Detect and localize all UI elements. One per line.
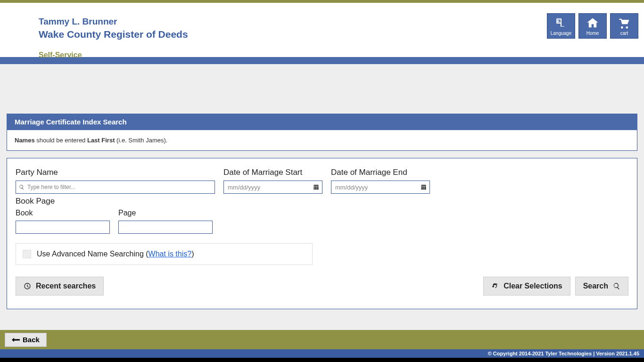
date-end-field: Date of Marriage End bbox=[331, 168, 430, 194]
bookpage-section-label: Book Page bbox=[16, 197, 215, 206]
search-icon bbox=[19, 184, 25, 190]
home-button[interactable]: Home bbox=[578, 13, 607, 39]
search-panel-title: Marriage Certificate Index Search bbox=[7, 114, 637, 130]
search-panel-note: Names should be entered Last First (i.e.… bbox=[7, 130, 637, 151]
date-start-label: Date of Marriage Start bbox=[223, 168, 322, 177]
note-suffix: (i.e. Smith James). bbox=[115, 137, 167, 144]
what-is-this-link[interactable]: What is this? bbox=[149, 250, 192, 258]
self-service-label: Self-Service bbox=[39, 51, 644, 59]
date-start-input[interactable] bbox=[223, 181, 322, 194]
note-bold-names: Names bbox=[15, 137, 35, 144]
page-field: Page bbox=[118, 209, 213, 234]
party-name-input[interactable] bbox=[16, 181, 215, 194]
book-label: Book bbox=[16, 209, 110, 217]
language-icon bbox=[555, 16, 567, 30]
recent-searches-button[interactable]: Recent searches bbox=[16, 277, 104, 296]
book-input[interactable] bbox=[16, 221, 110, 234]
footer-copyright: © Copyright 2014-2021 Tyler Technologies… bbox=[0, 349, 644, 358]
page-input[interactable] bbox=[118, 221, 213, 234]
cart-button[interactable]: cart bbox=[610, 13, 638, 39]
home-icon bbox=[586, 16, 599, 30]
advanced-search-option: Use Advanced Name Searching (What is thi… bbox=[16, 243, 313, 265]
footer-bar: Back bbox=[0, 330, 644, 349]
cart-label: cart bbox=[620, 31, 628, 36]
book-field: Book bbox=[16, 209, 110, 234]
calendar-icon[interactable] bbox=[420, 183, 427, 190]
page-label: Page bbox=[118, 209, 213, 217]
clock-icon bbox=[24, 282, 31, 290]
date-end-label: Date of Marriage End bbox=[331, 168, 430, 177]
back-button[interactable]: Back bbox=[5, 333, 47, 347]
search-icon bbox=[613, 282, 620, 290]
advanced-prefix: Use Advanced Name Searching ( bbox=[37, 250, 149, 258]
party-name-field: Party Name Book Page bbox=[16, 168, 215, 206]
advanced-checkbox[interactable] bbox=[23, 250, 31, 258]
search-button-label: Search bbox=[583, 282, 608, 290]
language-button[interactable]: Language bbox=[547, 13, 575, 39]
back-label: Back bbox=[23, 336, 40, 344]
arrow-left-icon bbox=[12, 337, 20, 342]
refresh-icon bbox=[491, 282, 499, 290]
footer-bottom-strip bbox=[0, 358, 644, 362]
search-form: Party Name Book Page Date of Marriage St… bbox=[7, 158, 637, 309]
header-actions: Language Home cart bbox=[547, 13, 638, 39]
advanced-suffix: ) bbox=[191, 250, 194, 258]
home-label: Home bbox=[586, 31, 599, 36]
date-end-input[interactable] bbox=[331, 181, 430, 194]
clear-selections-button[interactable]: Clear Selections bbox=[483, 277, 570, 296]
clear-selections-label: Clear Selections bbox=[504, 282, 562, 290]
party-name-label: Party Name bbox=[16, 168, 215, 177]
date-start-field: Date of Marriage Start bbox=[223, 168, 322, 194]
cart-icon bbox=[618, 16, 631, 30]
page-header: Tammy L. Brunner Wake County Register of… bbox=[0, 3, 644, 57]
search-button[interactable]: Search bbox=[575, 277, 628, 296]
language-label: Language bbox=[551, 31, 572, 36]
calendar-icon[interactable] bbox=[313, 183, 320, 190]
note-mid: should be entered bbox=[35, 137, 87, 144]
recent-searches-label: Recent searches bbox=[36, 282, 96, 290]
note-bold-lastfirst: Last First bbox=[87, 137, 115, 144]
